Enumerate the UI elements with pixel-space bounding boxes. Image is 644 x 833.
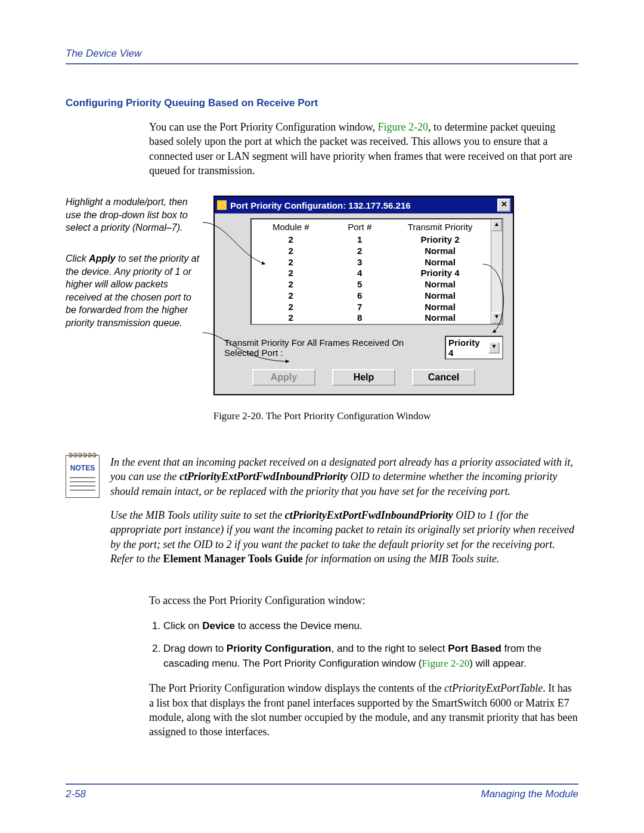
cell: 2 (256, 290, 326, 302)
step-2: Drag down to Priority Configuration, and… (163, 642, 578, 671)
section-heading: Configuring Priority Queuing Based on Re… (66, 97, 578, 109)
scroll-track[interactable] (491, 231, 502, 312)
list-scrollbar[interactable]: ▲ ▼ (491, 219, 502, 324)
cell: 4 (326, 268, 395, 279)
page-header: The Device View (66, 48, 578, 64)
table-row[interactable]: 21Priority 2 (252, 234, 491, 246)
close-icon[interactable]: ✕ (497, 199, 510, 212)
cell: 6 (326, 290, 395, 302)
cell: 2 (256, 302, 326, 313)
window-titlebar: Port Priority Configuration: 132.177.56.… (215, 197, 513, 213)
spiral-icon: ᘐᘐᘐᘐᘐᘐ (67, 452, 98, 458)
annotation-apply: Click Apply to set the priority at the d… (66, 252, 203, 330)
cell: 2 (256, 312, 326, 324)
table-row[interactable]: 24Priority 4 (252, 268, 491, 279)
window-title: Port Priority Configuration: 132.177.56.… (230, 200, 497, 210)
cell: 7 (326, 302, 395, 313)
cell: 8 (326, 312, 395, 324)
cell: 2 (256, 279, 326, 290)
cell: 5 (326, 279, 395, 290)
priority-dropdown-value: Priority 4 (448, 337, 485, 358)
cell: 3 (326, 257, 395, 268)
chevron-down-icon[interactable]: ▼ (488, 342, 500, 354)
access-intro: To access the Port Priority Configuratio… (149, 593, 578, 608)
cell: Normal (394, 302, 486, 313)
cell: 2 (256, 268, 326, 279)
annotation-highlight: Highlight a module/port, then use the dr… (66, 196, 203, 234)
trailing-paragraph: The Port Priority Configuration window d… (149, 681, 578, 739)
cell: 1 (326, 234, 395, 246)
scroll-up-icon[interactable]: ▲ (491, 219, 502, 231)
priority-dropdown[interactable]: Priority 4 ▼ (445, 336, 503, 360)
scroll-down-icon[interactable]: ▼ (491, 312, 502, 324)
cell: 2 (256, 246, 326, 257)
cell: 2 (326, 246, 395, 257)
col-port: Port # (326, 222, 395, 232)
table-row[interactable]: 27Normal (252, 302, 491, 313)
cancel-button[interactable]: Cancel (412, 369, 475, 386)
table-row[interactable]: 23Normal (252, 257, 491, 268)
cell: Priority 4 (394, 268, 486, 279)
col-priority: Transmit Priority (394, 222, 486, 232)
combo-label: Transmit Priority For All Frames Receive… (224, 337, 440, 358)
cell: Priority 2 (394, 234, 486, 246)
list-header: Module # Port # Transmit Priority (252, 219, 491, 234)
cell: Normal (394, 290, 486, 302)
cell: Normal (394, 257, 486, 268)
intro-paragraph: You can use the Port Priority Configurat… (149, 120, 578, 178)
cell: 2 (256, 234, 326, 246)
table-row[interactable]: 22Normal (252, 246, 491, 257)
cell: Normal (394, 279, 486, 290)
cell: 2 (256, 257, 326, 268)
table-row[interactable]: 28Normal (252, 312, 491, 324)
port-priority-window: Port Priority Configuration: 132.177.56.… (213, 196, 514, 395)
col-module: Module # (256, 222, 326, 232)
notes-text: In the event that an incoming packet rec… (110, 455, 578, 575)
help-button[interactable]: Help (332, 369, 395, 386)
steps-list: Click on Device to access the Device men… (149, 619, 578, 671)
figure-caption: Figure 2-20. The Port Priority Configura… (66, 410, 578, 422)
footer-title: Managing the Module (481, 788, 578, 800)
table-row[interactable]: 25Normal (252, 279, 491, 290)
figure-link-2[interactable]: Figure 2-20 (422, 658, 469, 669)
notes-badge: ᘐᘐᘐᘐᘐᘐ NOTES (66, 455, 100, 498)
port-listbox[interactable]: Module # Port # Transmit Priority 21Prio… (250, 218, 503, 325)
notes-label: NOTES (70, 464, 95, 472)
intro-text-pre: You can use the Port Priority Configurat… (149, 121, 377, 133)
table-row[interactable]: 26Normal (252, 290, 491, 302)
page-number: 2-58 (66, 788, 86, 800)
cell: Normal (394, 312, 486, 324)
apply-button[interactable]: Apply (252, 369, 315, 386)
step-1: Click on Device to access the Device men… (163, 619, 578, 634)
app-icon (217, 200, 227, 210)
figure-link[interactable]: Figure 2-20 (377, 121, 428, 133)
cell: Normal (394, 246, 486, 257)
figure-annotations: Highlight a module/port, then use the dr… (66, 196, 203, 395)
